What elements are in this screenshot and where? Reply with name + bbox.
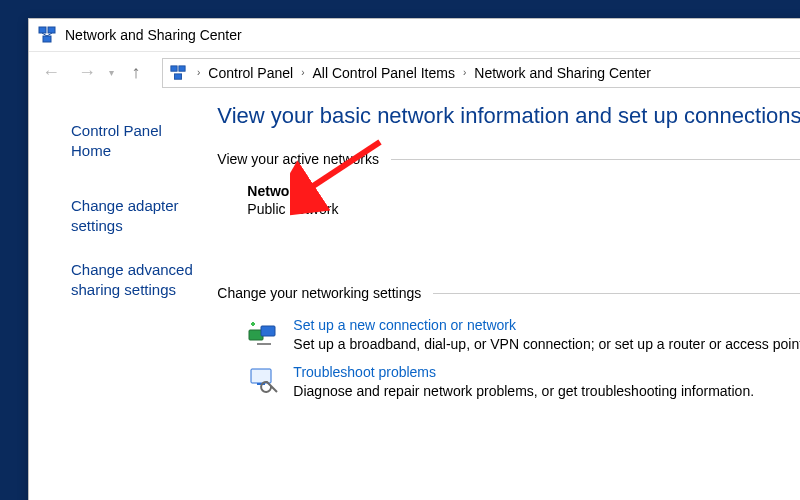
divider	[391, 159, 800, 160]
svg-rect-2	[43, 36, 51, 42]
svg-rect-1	[48, 27, 55, 33]
content-area: Control Panel Home Change adapter settin…	[29, 93, 800, 500]
window-titlebar: Network and Sharing Center	[29, 19, 800, 51]
main-panel: View your basic network information and …	[217, 93, 800, 500]
back-button[interactable]: ←	[35, 57, 67, 89]
option-setup-connection: Set up a new connection or network Set u…	[217, 317, 800, 352]
svg-rect-10	[251, 369, 271, 383]
section-label-change: Change your networking settings	[217, 285, 421, 301]
section-active-networks: View your active networks	[217, 151, 800, 167]
chevron-right-icon: ›	[463, 67, 466, 78]
section-change-settings: Change your networking settings	[217, 285, 800, 301]
active-network-entry: Network Public network	[217, 183, 800, 245]
svg-rect-6	[179, 65, 185, 70]
svg-rect-9	[261, 326, 275, 336]
breadcrumb-all-items[interactable]: All Control Panel Items	[311, 65, 457, 81]
divider	[433, 293, 800, 294]
breadcrumb-control-panel[interactable]: Control Panel	[206, 65, 295, 81]
option-setup-desc: Set up a broadband, dial-up, or VPN conn…	[293, 336, 800, 352]
breadcrumb-network-sharing[interactable]: Network and Sharing Center	[472, 65, 653, 81]
option-setup-link[interactable]: Set up a new connection or network	[293, 317, 800, 333]
svg-rect-0	[39, 27, 46, 33]
troubleshoot-icon	[247, 364, 281, 398]
chevron-right-icon: ›	[197, 67, 200, 78]
svg-rect-7	[174, 73, 181, 78]
chevron-right-icon: ›	[301, 67, 304, 78]
network-sharing-icon	[37, 25, 57, 45]
up-button[interactable]: ↑	[120, 57, 152, 89]
option-troubleshoot: Troubleshoot problems Diagnose and repai…	[217, 364, 800, 399]
window-title: Network and Sharing Center	[65, 27, 242, 43]
setup-connection-icon	[247, 317, 281, 351]
explorer-nav-bar: ← → ▾ ↑ › Control Panel › All Control Pa…	[29, 51, 800, 93]
network-type: Public network	[247, 201, 800, 217]
left-sidebar: Control Panel Home Change adapter settin…	[29, 93, 217, 500]
page-heading: View your basic network information and …	[217, 103, 800, 129]
section-label-active: View your active networks	[217, 151, 379, 167]
forward-button[interactable]: →	[71, 57, 103, 89]
address-bar[interactable]: › Control Panel › All Control Panel Item…	[162, 58, 800, 88]
option-troubleshoot-link[interactable]: Troubleshoot problems	[293, 364, 754, 380]
svg-rect-5	[171, 65, 177, 70]
sidebar-link-home[interactable]: Control Panel Home	[71, 121, 195, 162]
network-name: Network	[247, 183, 800, 199]
sidebar-link-adapter-settings[interactable]: Change adapter settings	[71, 196, 195, 237]
history-dropdown-icon[interactable]: ▾	[109, 67, 114, 78]
sidebar-link-advanced-sharing[interactable]: Change advanced sharing settings	[71, 260, 195, 301]
network-sharing-icon	[169, 64, 187, 82]
control-panel-window: Network and Sharing Center ← → ▾ ↑ › Con…	[28, 18, 800, 500]
option-troubleshoot-desc: Diagnose and repair network problems, or…	[293, 383, 754, 399]
